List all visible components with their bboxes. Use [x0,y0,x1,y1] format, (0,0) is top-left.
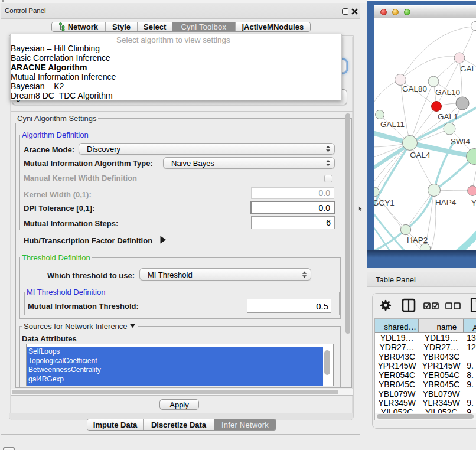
svg-text:HAP4: HAP4 [435,198,457,207]
svg-text:HAP2: HAP2 [407,236,428,244]
svg-text:GAL80: GAL80 [402,84,427,93]
svg-text:GAL1: GAL1 [438,112,458,121]
svg-text:GAL7: GAL7 [460,64,476,73]
svg-text:GAL4: GAL4 [410,151,431,159]
svg-text:GAL10: GAL10 [435,88,460,97]
svg-text:Y: Y [471,198,476,207]
svg-text:SWI4: SWI4 [451,137,470,146]
svg-text:GCY1: GCY1 [374,198,395,207]
svg-text:GAL11: GAL11 [380,120,405,129]
